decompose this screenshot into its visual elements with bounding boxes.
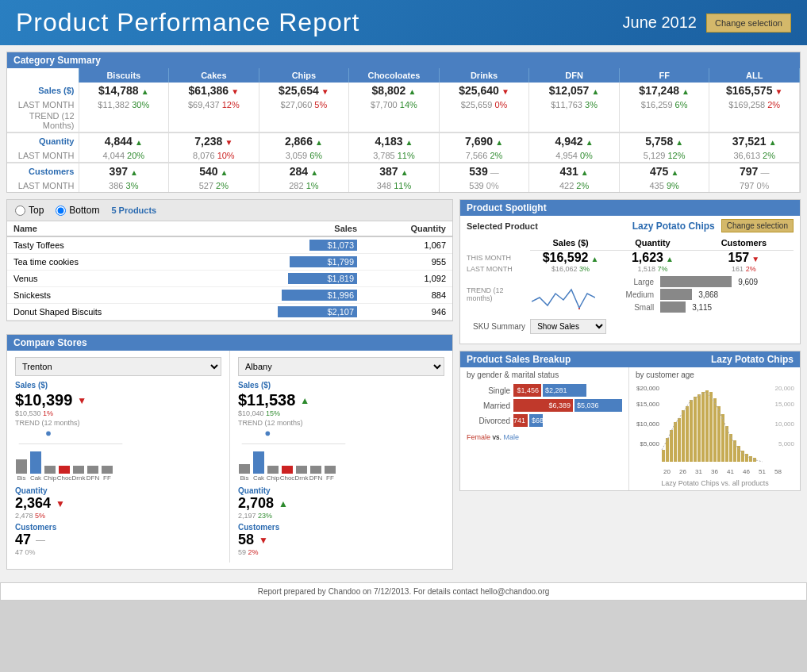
svg-text:58: 58 bbox=[774, 468, 782, 475]
spot-this-month-label: THIS MONTH bbox=[467, 251, 530, 266]
store-cust-row-1: 58 ▼ bbox=[238, 532, 444, 548]
header-title: Product Performance Report bbox=[16, 8, 359, 37]
store-cat-bar: Drnk bbox=[72, 466, 85, 482]
svg-text:31: 31 bbox=[695, 468, 702, 475]
breakup-section-header: Product Sales Breakup Lazy Potato Chips bbox=[460, 351, 800, 367]
svg-rect-35 bbox=[717, 406, 721, 462]
prod-col-sales: Sales bbox=[194, 221, 363, 236]
svg-rect-26 bbox=[682, 410, 685, 462]
store-cat-bar: Chip bbox=[267, 466, 279, 482]
store-qty-label-0: Quantity bbox=[15, 486, 221, 495]
store-cust-label-1: Customers bbox=[238, 523, 444, 532]
col-drinks: Drinks bbox=[439, 68, 529, 83]
svg-text:20,000: 20,000 bbox=[775, 385, 794, 392]
store-cat-bar: Chip bbox=[44, 466, 56, 482]
store-cat-bar: FF bbox=[324, 466, 336, 482]
svg-rect-41 bbox=[741, 451, 744, 462]
store-sales-row-1: $11,538 ▲ bbox=[238, 391, 444, 409]
spot-trend-label: TREND (12 months) bbox=[467, 273, 530, 316]
svg-rect-28 bbox=[690, 400, 693, 462]
single-female-bar: $1,456 bbox=[513, 384, 541, 397]
store-cat-bar: Bis bbox=[15, 459, 28, 482]
store-sales-val-1: $11,538 bbox=[238, 391, 295, 409]
store-qty-row-0: 2,364 ▼ bbox=[15, 495, 221, 512]
spotlight-subheader: Selected Product Lazy Potato Chips Chang… bbox=[460, 216, 800, 236]
col-chips: Chips bbox=[259, 68, 349, 83]
store-trend-label-0: TREND (12 months) bbox=[15, 419, 221, 427]
store-last-month-0: $10,530 1% bbox=[15, 409, 221, 417]
svg-rect-42 bbox=[745, 454, 748, 462]
store-sparkline-0 bbox=[15, 427, 221, 451]
compare-stores-header: Compare Stores bbox=[7, 335, 452, 351]
store-select-1[interactable]: TrentonAlbanyBoston bbox=[238, 357, 444, 376]
store-select-0[interactable]: TrentonAlbanyBoston bbox=[15, 357, 221, 376]
divorced-male-bar: $689 bbox=[529, 414, 543, 427]
spotlight-product-name: Lazy Potato Chips bbox=[632, 221, 715, 232]
footer: Report prepared by Chandoo on 7/12/2013.… bbox=[0, 582, 807, 601]
spot-sales-header: Sales ($) bbox=[530, 236, 611, 251]
svg-text:46: 46 bbox=[743, 468, 750, 475]
svg-text:36: 36 bbox=[711, 468, 718, 475]
store-col-0: TrentonAlbanyBoston Sales ($) $10,399 ▼ … bbox=[7, 351, 230, 563]
store-qty-val-0: 2,364 bbox=[15, 495, 51, 512]
col-chocoloates: Chocoloates bbox=[349, 68, 440, 83]
store-qty-row-1: 2,708 ▲ bbox=[238, 495, 444, 512]
svg-rect-22 bbox=[666, 438, 669, 462]
svg-rect-32 bbox=[705, 390, 709, 462]
radio-top[interactable]: Top bbox=[15, 205, 44, 216]
svg-rect-21 bbox=[662, 450, 665, 462]
store-cat-bar: Bis bbox=[238, 464, 251, 482]
store-sales-val-0: $10,399 bbox=[15, 391, 72, 409]
store-cat-bar: Choc bbox=[58, 466, 71, 482]
gender-row-divorced: Divorced $741 $689 bbox=[467, 414, 622, 427]
spotlight-header: Product Spotlight bbox=[460, 200, 800, 216]
col-dfn: DFN bbox=[529, 68, 620, 83]
divorced-female-bar: $741 bbox=[513, 414, 528, 427]
col-biscuits: Biscuits bbox=[79, 68, 169, 83]
store-cust-row-0: 47 — bbox=[15, 532, 221, 548]
svg-rect-25 bbox=[678, 418, 681, 462]
spot-sku-bars: Large 9,609 Medium 3,868 bbox=[611, 273, 794, 316]
selected-product-label: Selected Product bbox=[467, 221, 538, 231]
store-sparkline-1 bbox=[238, 427, 444, 451]
category-summary: Category Summary Biscuits Cakes Chips Ch… bbox=[6, 52, 801, 193]
product-spotlight: Product Spotlight Selected Product Lazy … bbox=[459, 199, 801, 344]
svg-rect-31 bbox=[701, 392, 705, 462]
age-chart: $20,000 $15,000 $10,000 $5,000 20,000 15… bbox=[636, 382, 794, 479]
spotlight-change-btn[interactable]: Change selection bbox=[721, 219, 794, 232]
sku-select[interactable]: Show Sales Show Quantity bbox=[530, 319, 606, 334]
category-table: Biscuits Cakes Chips Chocoloates Drinks … bbox=[7, 68, 800, 192]
store-sales-arrow-1: ▲ bbox=[300, 395, 309, 406]
store-qty-last-1: 2,197 23% bbox=[238, 512, 444, 520]
single-male-bar: $2,281 bbox=[543, 384, 586, 397]
header: Product Performance Report June 2012 Cha… bbox=[0, 0, 807, 45]
radio-bottom[interactable]: Bottom bbox=[56, 205, 99, 216]
breakup-age: by customer age $20,000 $15,000 $10,000 … bbox=[629, 367, 801, 490]
store-cust-last-1: 59 2% bbox=[238, 548, 444, 556]
products-radio-bar: Top Bottom 5 Products bbox=[7, 200, 452, 221]
svg-rect-23 bbox=[670, 430, 673, 462]
svg-text:51: 51 bbox=[759, 468, 766, 475]
spotlight-metrics-table: Sales ($) Quantity Customers THIS MONTH … bbox=[467, 236, 794, 316]
store-col-1: TrentonAlbanyBoston Sales ($) $11,538 ▲ … bbox=[230, 351, 452, 563]
spot-last-month-label: LAST MONTH bbox=[467, 265, 530, 273]
header-change-btn[interactable]: Change selection bbox=[706, 13, 791, 33]
spot-trend-chart bbox=[530, 273, 611, 316]
store-sales-row-0: $10,399 ▼ bbox=[15, 391, 221, 409]
store-cat-bar: Cak bbox=[252, 451, 265, 482]
product-breakup: Product Sales Breakup Lazy Potato Chips … bbox=[459, 351, 801, 491]
svg-rect-34 bbox=[713, 398, 717, 462]
header-date: June 2012 bbox=[623, 13, 697, 32]
svg-rect-30 bbox=[697, 394, 701, 462]
svg-rect-33 bbox=[709, 392, 713, 462]
svg-rect-37 bbox=[725, 426, 728, 462]
product-row: Snickests $1,996 884 bbox=[7, 287, 452, 304]
store-cat-bar: Choc bbox=[281, 466, 294, 482]
store-cat-bar: Cak bbox=[29, 451, 42, 482]
spot-cust-val: 157 ▼ bbox=[694, 251, 794, 266]
svg-rect-27 bbox=[686, 406, 689, 462]
prod-col-qty: Quantity bbox=[363, 221, 452, 236]
svg-text:$15,000: $15,000 bbox=[636, 401, 659, 408]
spot-sales-val: $16,592 ▲ bbox=[530, 251, 611, 266]
svg-text:26: 26 bbox=[679, 468, 686, 475]
